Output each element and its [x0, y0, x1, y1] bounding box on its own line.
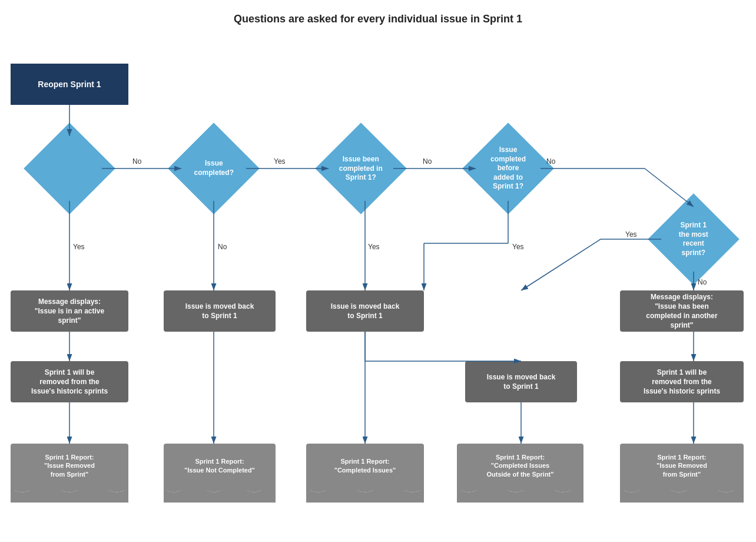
- diamond-3: Issue been completed in Sprint 1?: [315, 123, 407, 214]
- svg-line-15: [521, 239, 601, 290]
- gray-box-4: Message displays: "Issue has been comple…: [620, 290, 744, 332]
- gray-box-1: Message displays: "Issue is in an active…: [11, 290, 128, 332]
- svg-text:Yes: Yes: [73, 243, 85, 251]
- gray-box-2: Issue is moved back to Sprint 1: [164, 290, 276, 332]
- scroll-box-4: Sprint 1 Report: "Completed Issues Outsi…: [457, 444, 583, 488]
- svg-text:Yes: Yes: [625, 230, 637, 239]
- scroll-box-1: Sprint 1 Report: "Issue Removed from Spr…: [11, 444, 128, 488]
- diamond-1: [24, 123, 115, 214]
- gray-box-6: Issue is moved back to Sprint 1: [465, 361, 577, 402]
- svg-text:No: No: [132, 157, 142, 166]
- scroll-box-2: Sprint 1 Report: "Issue Not Completed": [164, 444, 276, 488]
- gray-box-5: Sprint 1 will be removed from the Issue'…: [11, 361, 128, 402]
- svg-text:No: No: [423, 157, 432, 166]
- scroll-box-3: Sprint 1 Report: "Completed Issues": [306, 444, 424, 488]
- svg-text:Yes: Yes: [368, 243, 380, 251]
- reopen-box: Reopen Sprint 1: [11, 64, 128, 105]
- svg-text:No: No: [218, 243, 227, 251]
- scroll-box-5: Sprint 1 Report: "Issue Removed from Spr…: [620, 444, 744, 488]
- page-title: Questions are asked for every individual…: [0, 0, 756, 31]
- svg-text:Yes: Yes: [274, 157, 286, 166]
- diamond-4: Issue completed before added to Sprint 1…: [462, 123, 554, 214]
- diamond-5: Sprint 1 the most recent sprint?: [648, 193, 740, 285]
- gray-box-7: Sprint 1 will be removed from the Issue'…: [620, 361, 744, 402]
- diagram: Reopen Sprint 1 Issue completed? Issue b…: [0, 31, 756, 538]
- diamond-2: Issue completed?: [168, 123, 260, 214]
- gray-box-3: Issue is moved back to Sprint 1: [306, 290, 424, 332]
- svg-text:Yes: Yes: [512, 243, 524, 251]
